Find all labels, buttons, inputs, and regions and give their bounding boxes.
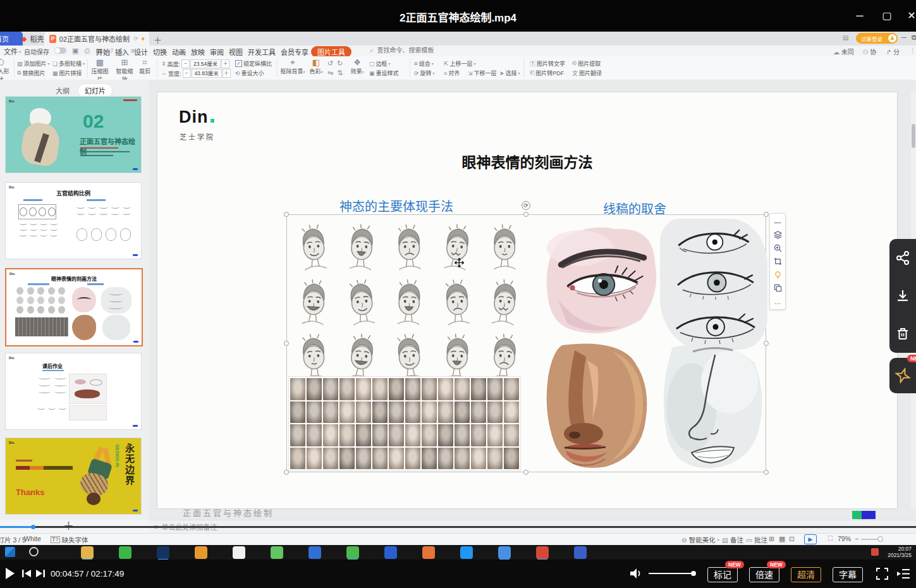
video-seekbar[interactable] <box>0 526 916 528</box>
image-stitch-button[interactable]: ▦图片拼接 <box>52 69 82 77</box>
remove-background-button[interactable]: ⌖ 抠除背景▾ <box>280 58 305 75</box>
taskbar-app-icon[interactable] <box>384 546 397 559</box>
new-tab-button[interactable]: ＋ <box>154 34 162 46</box>
flip-v-icon[interactable]: ⇅ <box>337 69 343 77</box>
maximize-button[interactable]: ▢ <box>877 9 896 23</box>
tab-outline[interactable]: 大纲 <box>49 84 76 97</box>
crop-icon[interactable] <box>771 255 784 268</box>
selection-handle-sw[interactable] <box>284 470 289 475</box>
normal-view-button[interactable]: ⊞ <box>769 535 774 543</box>
sorter-view-button[interactable]: ▦ <box>779 535 785 543</box>
rotate-ccw-icon[interactable]: ↺ <box>327 59 333 68</box>
fit-icon[interactable]: ⛶ <box>828 535 833 542</box>
taskbar-app-icon[interactable] <box>346 546 359 559</box>
taskbar-app-icon[interactable] <box>536 546 549 559</box>
playlist-button[interactable] <box>897 568 910 582</box>
slide-thumbnail-5[interactable]: Din. 永无边界 DESIGN IN Thanks <box>5 438 142 515</box>
taskbar-app-icon[interactable] <box>574 546 587 559</box>
download-icon[interactable] <box>895 288 910 303</box>
fullscreen-button[interactable] <box>876 568 888 582</box>
volume-knob[interactable] <box>691 571 696 576</box>
selection-handle-se[interactable] <box>764 470 769 475</box>
notes-button[interactable]: ▤备注 <box>722 535 743 544</box>
selection-handle-ne[interactable] <box>764 212 769 217</box>
multi-carousel-button[interactable]: ❏多图轮播▾ <box>52 59 85 68</box>
slide-thumbnail-2[interactable]: Din. 五官结构比例 <box>5 182 142 259</box>
image-extract-button[interactable]: ⧀图片提取 <box>572 59 601 68</box>
pin-sparkle-icon[interactable] <box>893 365 913 386</box>
zoom-slider[interactable] <box>861 539 882 540</box>
speed-button[interactable]: 倍速 <box>749 567 779 582</box>
tab-document[interactable]: P 02正面五官与神态绘制.pptx ⟳ <box>44 32 149 46</box>
scrollbar-thumb[interactable] <box>912 124 915 148</box>
replace-image-button[interactable]: ⧉替换图片 <box>17 69 45 77</box>
share-icon[interactable] <box>895 250 910 266</box>
align-button[interactable]: ≡对齐 <box>444 69 460 77</box>
zoom-level[interactable]: 79% <box>838 535 851 542</box>
flip-h-icon[interactable]: ⇋ <box>327 69 333 77</box>
border-button[interactable]: ▢边框▾ <box>369 59 391 68</box>
more-options-icon[interactable]: … <box>771 295 784 308</box>
lock-ratio-checkbox[interactable]: ✓ 锁定纵横比 <box>235 59 272 68</box>
slide-editing-area[interactable]: Din 芝士学院 眼神表情的刻画方法 神态的主要体现手法 线稿的取舍 <box>157 92 898 509</box>
height-minus-button[interactable]: − <box>181 59 190 68</box>
smart-beautify-button[interactable]: ⊖ 智能美化▾ <box>681 535 719 544</box>
taskbar-app-icon[interactable] <box>422 546 435 559</box>
selection-handle-s[interactable] <box>523 470 528 475</box>
image-to-pdf-button[interactable]: ⎗图片转PDF <box>530 69 564 77</box>
slide-thumbnail-4[interactable]: Din. 课后作业 <box>5 353 142 430</box>
selection-handle-e[interactable] <box>764 341 769 346</box>
file-menu[interactable]: 文件▾ <box>4 46 21 56</box>
trash-icon[interactable] <box>895 326 910 341</box>
select-button[interactable]: ➤选择▾ <box>499 69 520 77</box>
width-minus-button[interactable]: − <box>183 69 191 78</box>
wps-restore-button[interactable]: ⧉ <box>912 34 916 42</box>
volume-slider[interactable] <box>649 573 694 574</box>
mark-button[interactable]: 标记 <box>707 567 738 582</box>
print-icon[interactable]: ⎙ <box>84 47 90 55</box>
left-section-header[interactable]: 神态的主要体现手法 <box>339 197 453 215</box>
close-button[interactable]: ✕ <box>902 9 916 23</box>
reading-view-button[interactable]: ⊡ <box>789 535 795 543</box>
autosave-toggle[interactable] <box>54 47 66 54</box>
group-button[interactable]: ⧈组合▾ <box>414 59 434 68</box>
collapse-icon[interactable]: — <box>771 215 784 228</box>
width-plus-button[interactable]: ＋ <box>223 69 231 78</box>
start-button[interactable] <box>5 547 15 557</box>
save-icon[interactable]: ▣ <box>72 47 78 55</box>
volume-icon[interactable] <box>630 568 642 582</box>
width-value[interactable]: 43.83厘米 <box>192 69 222 78</box>
login-button[interactable]: 访客登录 ♟ <box>856 33 898 44</box>
height-value[interactable]: 23.54厘米 <box>190 59 221 68</box>
idea-bulb-icon[interactable] <box>771 268 784 281</box>
selection-handle-n[interactable] <box>523 212 528 217</box>
play-slideshow-button[interactable]: ▶ <box>804 534 817 544</box>
tray-notification-icon[interactable] <box>871 548 879 556</box>
taskbar-clock[interactable]: 20:07 2021/3/25 <box>882 546 912 558</box>
image-translate-button[interactable]: 文图片翻译 <box>572 69 602 77</box>
crop-button[interactable]: ⌗ 裁剪 <box>137 58 153 75</box>
tab-slides[interactable]: 幻灯片 <box>78 84 112 97</box>
taskbar-app-icon[interactable] <box>271 546 283 559</box>
missing-font-warning[interactable]: T? 缺失字体 <box>51 535 89 544</box>
comment-button[interactable]: ▭批注 <box>746 535 767 544</box>
taskbar-app-icon[interactable] <box>498 546 511 559</box>
taskbar-app-icon[interactable] <box>233 546 245 559</box>
taskbar-app-icon[interactable] <box>157 546 169 559</box>
copy-icon[interactable] <box>771 281 784 295</box>
add-image-button[interactable]: ▨添加图片▾ <box>17 59 50 68</box>
image-to-text-button[interactable]: 🅃图片转文字 <box>530 59 565 68</box>
send-backward-button[interactable]: ⇲下移一层 <box>468 69 497 77</box>
slide-thumbnail-1[interactable]: Din. 02 正面五官与神态绘制 <box>5 96 142 173</box>
zoom-icon[interactable] <box>771 242 784 255</box>
taskbar-app-icon[interactable] <box>195 546 207 559</box>
reset-style-button[interactable]: ▣重设样式 <box>369 69 399 77</box>
next-button[interactable] <box>35 569 46 580</box>
selection-handle-w[interactable] <box>284 341 289 346</box>
layers-icon[interactable] <box>771 228 784 242</box>
taskbar-app-icon[interactable] <box>308 546 321 559</box>
play-button[interactable] <box>5 567 15 582</box>
rotate-cw-icon[interactable]: ↻ <box>337 59 343 68</box>
selection-handle-nw[interactable] <box>284 212 289 217</box>
rotate-button[interactable]: ⟳旋转▾ <box>414 69 435 77</box>
